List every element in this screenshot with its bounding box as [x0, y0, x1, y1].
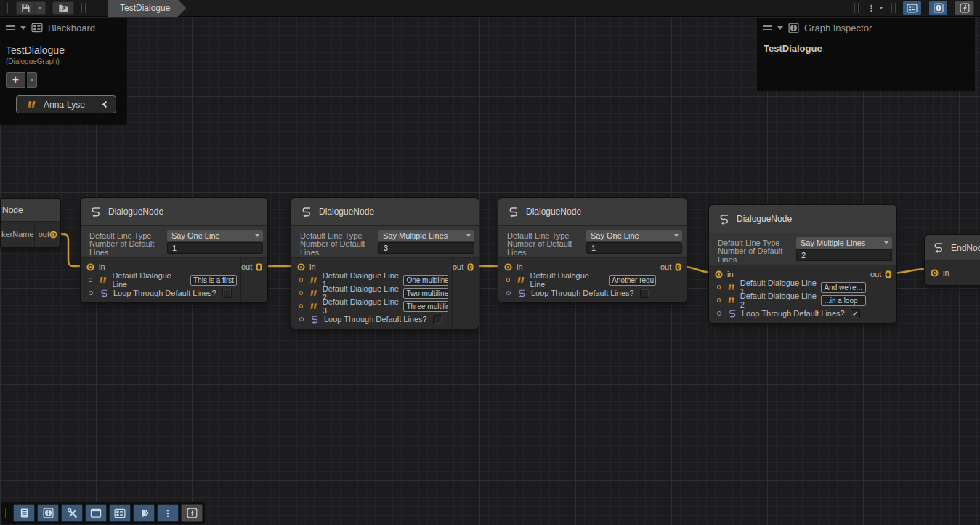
loop-label: Loop Through Default Lines?	[113, 289, 216, 297]
in-port[interactable]	[89, 266, 92, 268]
toggle-console-button[interactable]	[13, 504, 35, 522]
line-text-field[interactable]: ...in a loop	[821, 295, 866, 306]
in-port[interactable]	[718, 273, 720, 276]
num-lines-input[interactable]: 1	[167, 242, 263, 254]
node-title: DialogueNode	[319, 207, 374, 217]
node-title: DialogueNode	[526, 207, 581, 217]
out-port[interactable]	[52, 233, 54, 236]
toggle-window-button[interactable]	[85, 504, 107, 522]
line-text-field[interactable]: Another regu	[609, 275, 656, 286]
line-type-dropdown[interactable]: Say Multiple Lines	[796, 237, 892, 249]
loop-checkbox[interactable]: ✓	[851, 309, 860, 318]
save-icon	[20, 3, 31, 13]
more-options-button[interactable]	[157, 504, 179, 522]
line-port[interactable]	[299, 304, 304, 308]
toggle-preview-button[interactable]	[181, 504, 203, 522]
kebab-icon	[163, 508, 173, 518]
toggle-panel-button[interactable]	[133, 504, 155, 522]
num-lines-label: Number of Default Lines	[300, 239, 378, 257]
toggle-preview-button[interactable]	[955, 1, 974, 15]
collapse-triangle-icon[interactable]	[20, 26, 26, 30]
line-port[interactable]	[717, 285, 721, 289]
loop-port[interactable]	[299, 317, 304, 321]
overflow-menu-button[interactable]	[865, 4, 885, 13]
line-text-field[interactable]: Three multilin	[403, 301, 448, 312]
chevron-left-icon[interactable]	[100, 100, 110, 109]
num-lines-input[interactable]: 3	[378, 242, 474, 254]
quote-icon	[27, 100, 37, 109]
start-node-port-label: kerName	[1, 230, 34, 239]
toolbar-drag-handle[interactable]	[891, 3, 896, 13]
toolbar-drag-handle[interactable]	[4, 3, 8, 13]
loop-port[interactable]	[506, 291, 511, 295]
num-lines-input[interactable]: 1	[586, 242, 682, 254]
node-header: DialogueNode	[709, 205, 896, 233]
dialogue-node-2[interactable]: DialogueNode Default Line Type Say Multi…	[291, 197, 479, 329]
graph-tab[interactable]: TestDialogue	[108, 0, 186, 17]
dialogue-node-4[interactable]: DialogueNode Default Line Type Say Multi…	[708, 204, 897, 324]
dialogue-node-3[interactable]: DialogueNode Default Line Type Say One L…	[498, 197, 687, 303]
dialogue-flow-icon	[507, 206, 519, 218]
out-port-label: out	[660, 262, 671, 271]
line-port[interactable]	[506, 278, 511, 282]
dialogue-flow-icon	[718, 213, 730, 225]
toolbar-drag-handle[interactable]	[854, 3, 859, 13]
line-text-value: Two multiline	[406, 289, 448, 297]
line-text-field[interactable]: This is a first	[190, 275, 237, 286]
line-port[interactable]	[299, 291, 304, 295]
line-type-dropdown[interactable]: Say One Line	[167, 230, 263, 241]
line-text-field[interactable]: Two multiline	[403, 288, 448, 299]
dialogue-node-1[interactable]: DialogueNode Default Line Type Say One L…	[80, 197, 268, 303]
line-text-field[interactable]: One multiline	[403, 275, 448, 286]
blackboard-property-anna-lyse[interactable]: Anna-Lyse	[16, 95, 116, 113]
loop-port[interactable]	[717, 311, 721, 316]
out-port[interactable]	[259, 266, 259, 268]
info-icon	[43, 508, 54, 518]
in-port[interactable]	[934, 272, 936, 274]
loop-port[interactable]	[89, 291, 93, 295]
line-text-value: ...in a loop	[824, 297, 857, 305]
loop-checkbox[interactable]	[433, 315, 442, 324]
collapse-triangle-icon[interactable]	[777, 26, 783, 30]
line-type-dropdown[interactable]: Say Multiple Lines	[378, 230, 474, 241]
save-button[interactable]	[16, 1, 35, 15]
line-port[interactable]	[89, 278, 93, 282]
toggle-info-button[interactable]	[37, 504, 59, 522]
add-property-options-button[interactable]	[27, 72, 37, 88]
toolbar-drag-handle[interactable]	[5, 508, 9, 518]
blackboard-panel: Blackboard TestDialogue (DialogueGraph) …	[0, 18, 127, 125]
add-property-button[interactable]: +	[6, 72, 25, 88]
toggle-tools-button[interactable]	[61, 504, 83, 522]
line-port[interactable]	[717, 298, 721, 302]
toggle-blackboard-button[interactable]	[902, 1, 922, 15]
panel-drag-handle[interactable]	[6, 25, 15, 30]
out-port[interactable]	[470, 266, 471, 268]
line-text-value: Another regu	[612, 276, 654, 284]
line-text-field[interactable]: And we're...	[821, 282, 866, 293]
loop-checkbox[interactable]	[640, 289, 649, 298]
in-port[interactable]	[300, 266, 302, 268]
num-lines-input[interactable]: 2	[796, 249, 892, 261]
num-lines-value: 3	[384, 244, 388, 252]
in-port[interactable]	[507, 266, 509, 268]
line-text-value: Three multilin	[406, 302, 448, 310]
toolbar-drag-handle[interactable]	[81, 3, 86, 13]
panel-title: Blackboard	[48, 23, 95, 33]
line-label: Default Dialogue Line	[530, 271, 605, 289]
out-port-label: out	[453, 262, 463, 271]
num-lines-value: 1	[172, 244, 177, 252]
loop-checkbox[interactable]	[222, 289, 232, 298]
line-type-dropdown[interactable]: Say One Line	[586, 230, 682, 241]
out-port[interactable]	[888, 273, 888, 276]
open-graph-button[interactable]	[52, 1, 74, 15]
toggle-blackboard-button[interactable]	[109, 504, 131, 522]
out-port[interactable]	[678, 266, 679, 268]
end-node[interactable]: EndNode in	[924, 234, 980, 286]
quote-icon	[309, 302, 318, 310]
toggle-inspector-button[interactable]	[928, 1, 948, 15]
start-node[interactable]: Node kerName out	[0, 198, 61, 247]
panel-drag-handle[interactable]	[763, 25, 772, 30]
line-port[interactable]	[299, 278, 304, 282]
save-options-button[interactable]	[35, 1, 46, 15]
toolbar: TestDialogue	[0, 0, 980, 17]
